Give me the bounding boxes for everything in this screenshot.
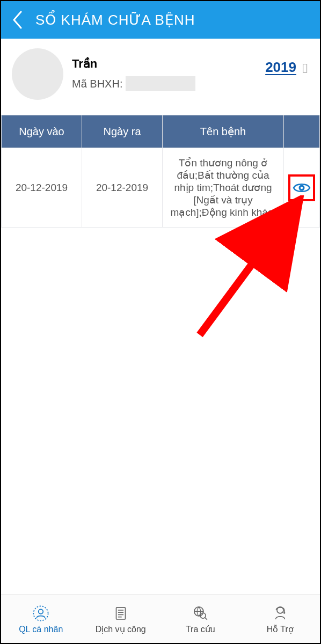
year-selector[interactable]: 2019 ▯: [265, 59, 308, 76]
svg-line-12: [205, 618, 207, 620]
svg-line-2: [200, 211, 291, 335]
col-header-out: Ngày ra: [82, 115, 163, 148]
avatar: [12, 48, 63, 100]
nav-label: Tra cứu: [186, 624, 215, 634]
col-header-in: Ngày vào: [2, 115, 82, 148]
svg-point-4: [39, 609, 43, 614]
nav-personal[interactable]: QL cá nhân: [1, 595, 81, 643]
nav-label: Hỗ Trợ: [267, 624, 294, 634]
document-icon: [112, 604, 130, 622]
dropdown-caret-icon: ▯: [302, 61, 308, 75]
bhxh-code-row: Mã BHXH:: [72, 76, 195, 91]
svg-point-14: [283, 612, 285, 613]
col-header-action: [284, 115, 320, 148]
nav-support[interactable]: Hỗ Trợ: [240, 595, 320, 643]
nav-label: QL cá nhân: [19, 625, 63, 634]
content-area: Ngày vào Ngày ra Tên bệnh 20-12-2019 20-…: [1, 115, 320, 595]
nav-label: Dịch vụ công: [96, 624, 146, 634]
highlight-box: [288, 174, 315, 201]
user-gear-icon: [32, 604, 50, 623]
back-button[interactable]: [9, 11, 26, 28]
bottom-nav: QL cá nhân Dịch vụ công Tra cứu: [1, 595, 320, 643]
headset-icon: [271, 604, 289, 622]
globe-search-icon: [191, 604, 209, 622]
redacted-name: [100, 58, 165, 70]
col-header-name: Tên bệnh: [163, 115, 284, 148]
svg-point-1: [301, 186, 303, 188]
table-row: 20-12-2019 20-12-2019 Tổn thương nông ở …: [2, 148, 320, 228]
cell-disease: Tổn thương nông ở đầu;Bất thường của nhị…: [163, 148, 284, 228]
page-title: SỔ KHÁM CHỮA BỆNH: [35, 12, 195, 28]
user-name: Trần: [72, 57, 195, 71]
nav-services[interactable]: Dịch vụ công: [81, 595, 161, 643]
profile-section: Trần Mã BHXH: 2019 ▯: [1, 39, 320, 115]
records-table: Ngày vào Ngày ra Tên bệnh 20-12-2019 20-…: [1, 115, 320, 228]
app-header: SỔ KHÁM CHỮA BỆNH: [1, 1, 320, 39]
chevron-left-icon: [12, 11, 23, 29]
nav-lookup[interactable]: Tra cứu: [160, 595, 240, 643]
user-name-text: Trần: [72, 57, 97, 71]
bhxh-code-label: Mã BHXH:: [72, 78, 122, 90]
svg-rect-5: [116, 608, 125, 619]
cell-date-in: 20-12-2019: [2, 148, 82, 228]
year-value: 2019: [265, 59, 296, 76]
redacted-code: [126, 76, 195, 91]
cell-date-out: 20-12-2019: [82, 148, 163, 228]
eye-icon: [293, 181, 311, 194]
view-button[interactable]: [293, 181, 311, 194]
